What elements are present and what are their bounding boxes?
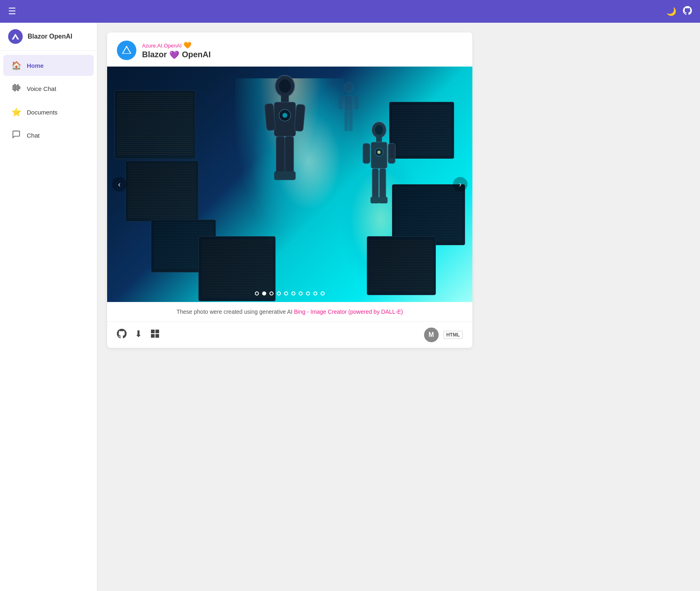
svg-point-11	[282, 113, 287, 118]
sidebar-item-documents[interactable]: ⭐ Documents	[3, 101, 94, 123]
footer-grid-icon[interactable]	[150, 329, 160, 341]
carousel-dot-9[interactable]	[321, 291, 325, 296]
sidebar-item-documents-label: Documents	[27, 109, 58, 116]
carousel-image	[107, 67, 472, 302]
carousel-dot-8[interactable]	[313, 291, 317, 296]
card-title-group: Azure.AI.OpenAI 🧡 Blazor 💜 OpenAI	[142, 41, 211, 60]
header-right: 🌙	[666, 6, 692, 17]
sidebar-item-voice-chat-label: Voice Chat	[27, 85, 56, 92]
sidebar: Blazor OpenAI 🏠 Home Voice Chat	[0, 23, 97, 591]
svg-rect-38	[151, 334, 155, 338]
svg-rect-31	[345, 96, 353, 112]
carousel-dot-2[interactable]	[269, 291, 274, 296]
content-area: Azure.AI.OpenAI 🧡 Blazor 💜 OpenAI	[97, 23, 700, 591]
svg-rect-33	[355, 97, 359, 110]
dark-mode-icon[interactable]: 🌙	[666, 6, 676, 16]
svg-rect-14	[276, 136, 285, 175]
top-header: ☰ 🌙	[0, 0, 700, 23]
documents-icon: ⭐	[11, 107, 21, 117]
carousel-dot-7[interactable]	[306, 291, 310, 296]
card-title: Blazor 💜 OpenAI	[142, 50, 211, 60]
svg-rect-24	[363, 143, 370, 164]
carousel-dot-6[interactable]	[299, 291, 303, 296]
card-subtitle: Azure.AI.OpenAI 🧡	[142, 41, 211, 49]
chat-icon	[11, 130, 21, 141]
svg-rect-15	[285, 136, 294, 175]
svg-point-19	[375, 125, 383, 135]
footer-icons-left: ⬇	[117, 329, 160, 341]
svg-rect-3	[16, 86, 17, 89]
carousel-dot-4[interactable]	[284, 291, 288, 296]
monitor-2	[125, 161, 198, 222]
carousel-dot-5[interactable]	[291, 291, 295, 296]
svg-rect-28	[370, 197, 379, 203]
carousel-next-button[interactable]: ›	[453, 177, 467, 192]
svg-point-30	[344, 82, 353, 92]
sidebar-item-voice-chat[interactable]: Voice Chat	[3, 78, 94, 100]
carousel-dot-0[interactable]	[255, 291, 259, 296]
carousel-dot-1[interactable]	[262, 291, 266, 296]
card-avatar	[117, 41, 136, 60]
carousel-dots	[255, 291, 325, 296]
main-layout: Blazor OpenAI 🏠 Home Voice Chat	[0, 23, 700, 591]
svg-point-0	[8, 29, 23, 44]
header-left: ☰	[8, 6, 16, 17]
svg-rect-1	[13, 86, 14, 90]
svg-point-23	[377, 151, 381, 154]
svg-rect-37	[155, 330, 159, 333]
svg-rect-27	[379, 168, 386, 199]
footer-html-badge: HTML	[444, 331, 463, 339]
brand-name: Blazor OpenAI	[28, 33, 72, 40]
svg-rect-29	[379, 197, 388, 203]
svg-rect-39	[155, 334, 159, 338]
svg-rect-32	[339, 97, 343, 110]
carousel: ‹ ›	[107, 67, 472, 302]
card-footer: ⬇ M HTML	[107, 321, 472, 348]
svg-rect-36	[151, 330, 155, 333]
svg-rect-5	[19, 86, 20, 89]
svg-rect-4	[17, 85, 19, 91]
footer-github-icon[interactable]	[117, 329, 127, 341]
brand-logo	[8, 29, 23, 44]
sidebar-item-home[interactable]: 🏠 Home	[3, 55, 94, 76]
sidebar-item-chat-label: Chat	[27, 132, 40, 139]
card-caption: These photo were created using generativ…	[107, 302, 472, 321]
footer-icons-right: M HTML	[424, 328, 463, 342]
github-header-icon[interactable]	[683, 6, 692, 17]
svg-rect-12	[265, 103, 276, 131]
svg-rect-2	[14, 84, 15, 91]
voice-chat-icon	[11, 83, 21, 94]
robot-svg-2	[359, 114, 399, 223]
app-brand: Blazor OpenAI	[0, 23, 97, 51]
sidebar-item-home-label: Home	[27, 62, 44, 69]
carousel-prev-button[interactable]: ‹	[112, 177, 127, 192]
footer-m-icon[interactable]: M	[424, 328, 439, 342]
svg-rect-26	[372, 168, 379, 199]
home-icon: 🏠	[11, 60, 21, 70]
svg-rect-13	[294, 104, 305, 132]
robot-svg-1	[261, 71, 309, 193]
sidebar-item-chat[interactable]: Chat	[3, 124, 94, 147]
robot-svg-3	[334, 73, 363, 155]
card-header: Azure.AI.OpenAI 🧡 Blazor 💜 OpenAI	[107, 32, 472, 67]
menu-icon[interactable]: ☰	[8, 6, 16, 17]
footer-download-icon[interactable]: ⬇	[135, 329, 142, 341]
svg-rect-35	[349, 111, 353, 131]
monitor-7	[367, 236, 436, 295]
caption-link[interactable]: Bing - Image Creator (powered by DALL-E)	[294, 308, 403, 315]
svg-point-7	[279, 79, 291, 93]
nav-items: 🏠 Home Voice Chat ⭐ Documents	[0, 51, 97, 151]
svg-rect-34	[345, 111, 348, 131]
carousel-dot-3[interactable]	[277, 291, 281, 296]
svg-rect-17	[284, 171, 296, 180]
main-card: Azure.AI.OpenAI 🧡 Blazor 💜 OpenAI	[107, 32, 472, 348]
monitor-1	[114, 90, 196, 159]
svg-rect-25	[388, 143, 395, 164]
